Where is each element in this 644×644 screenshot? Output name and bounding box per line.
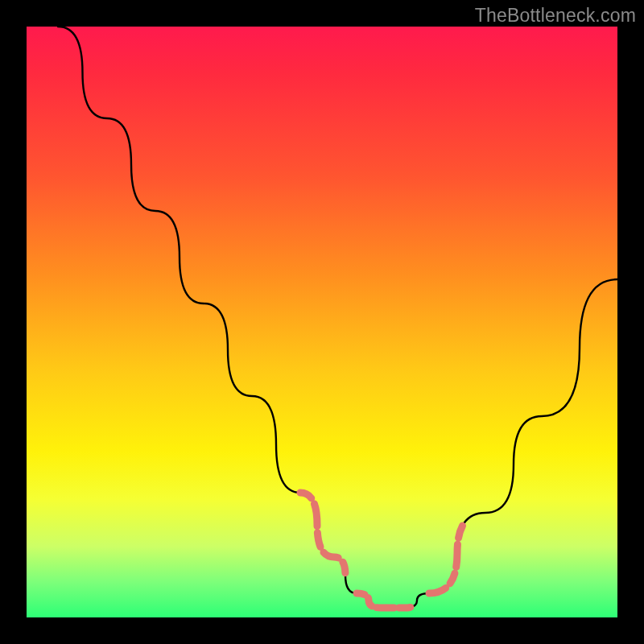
chart-frame: TheBottleneck.com [0, 0, 644, 644]
bottleneck-curve [58, 27, 617, 608]
highlight-right [429, 513, 485, 593]
curve-layer [27, 27, 617, 617]
highlight-left [300, 493, 381, 608]
watermark-text: TheBottleneck.com [475, 5, 636, 27]
plot-area [27, 27, 617, 617]
